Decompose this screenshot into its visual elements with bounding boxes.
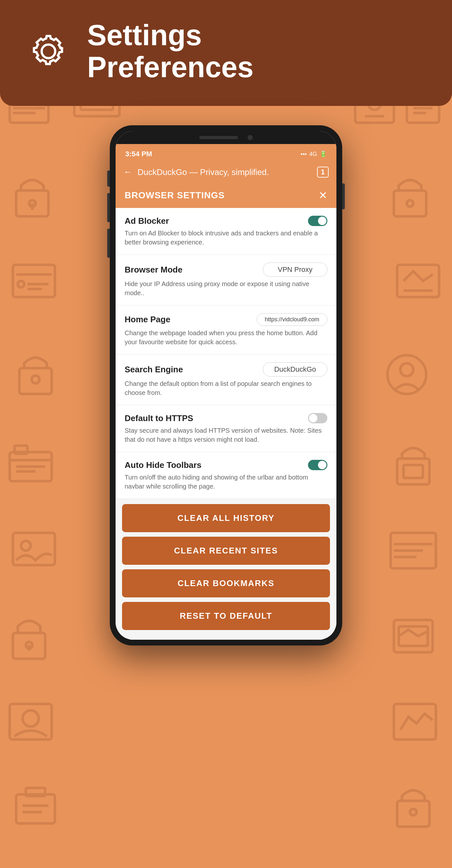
home-page-input[interactable]: https://vidcloud9.com [257, 313, 327, 326]
phone-mockup-wrapper: 3:54 PM ▪▪▪ 4G 🔋 ← DuckDuckGo — Privacy,… [0, 106, 452, 646]
setting-search-engine: Search Engine DuckDuckGo Change the defa… [116, 354, 336, 405]
default-https-toggle[interactable] [308, 413, 327, 423]
svg-point-49 [23, 710, 39, 726]
ad-blocker-label: Ad Blocker [125, 216, 169, 226]
network-type: 4G [309, 151, 317, 158]
header-title-line2: Preferences [87, 51, 253, 83]
svg-rect-50 [394, 704, 436, 740]
clear-recent-sites-button[interactable]: CLEAR RECENT SITES [122, 537, 330, 565]
home-page-desc: Change the webpage loaded when you press… [125, 329, 327, 346]
setting-default-https: Default to HTTPS Stay secure and always … [116, 405, 336, 452]
setting-browser-mode: Browser Mode VPN Proxy Hide your IP Addr… [116, 255, 336, 306]
status-bar: 3:54 PM ▪▪▪ 4G 🔋 [116, 144, 336, 161]
setting-auto-hide-toolbars: Auto Hide Toolbars Turn on/off the auto … [116, 452, 336, 499]
default-https-label: Default to HTTPS [125, 413, 193, 423]
phone-camera [248, 135, 253, 140]
auto-hide-toggle[interactable] [308, 460, 327, 470]
phone-device: 3:54 PM ▪▪▪ 4G 🔋 ← DuckDuckGo — Privacy,… [110, 125, 342, 646]
settings-modal-title: BROWSER SETTINGS [125, 190, 225, 200]
search-engine-desc: Change the default option from a list of… [125, 379, 327, 397]
svg-rect-52 [26, 788, 45, 796]
phone-volume-up-button [107, 193, 110, 222]
status-icons: ▪▪▪ 4G 🔋 [300, 151, 327, 158]
settings-modal: BROWSER SETTINGS ✕ Ad Blocker Turn on Ad… [116, 183, 336, 640]
default-https-desc: Stay secure and always load HTTPS versio… [125, 426, 327, 444]
browser-mode-label: Browser Mode [125, 265, 183, 275]
header-title-block: Settings Preferences [87, 20, 253, 83]
auto-hide-desc: Turn on/off the auto hiding and showing … [125, 473, 327, 491]
status-time: 3:54 PM [125, 150, 152, 158]
auto-hide-label: Auto Hide Toolbars [125, 460, 201, 470]
reset-to-default-button[interactable]: RESET TO DEFAULT [122, 602, 330, 630]
browser-page-title: DuckDuckGo — Privacy, simplified. [137, 167, 312, 177]
search-engine-label: Search Engine [125, 365, 183, 375]
svg-rect-48 [10, 704, 52, 740]
phone-mute-button [107, 170, 110, 187]
clear-history-button[interactable]: CLEAR ALL HISTORY [122, 504, 330, 532]
setting-ad-blocker: Ad Blocker Turn on Ad Blocker to block i… [116, 208, 336, 255]
battery-icon: 🔋 [320, 151, 327, 158]
svg-point-56 [410, 809, 417, 815]
browser-back-button[interactable]: ← [123, 167, 132, 177]
phone-speaker [199, 136, 238, 139]
svg-rect-55 [397, 801, 429, 827]
signal-icon: ▪▪▪ [300, 151, 307, 158]
home-page-label: Home Page [125, 314, 170, 324]
gear-icon [26, 29, 71, 74]
auto-hide-toggle-knob [318, 461, 326, 469]
settings-close-button[interactable]: ✕ [319, 189, 327, 202]
svg-rect-51 [16, 795, 55, 824]
ad-blocker-toggle-knob [318, 217, 326, 225]
phone-volume-down-button [107, 228, 110, 258]
browser-navigation-bar: ← DuckDuckGo — Privacy, simplified. 1 [116, 161, 336, 183]
setting-home-page: Home Page https://vidcloud9.com Change t… [116, 306, 336, 354]
browser-mode-dropdown[interactable]: VPN Proxy [263, 262, 327, 277]
clear-bookmarks-button[interactable]: CLEAR BOOKMARKS [122, 569, 330, 597]
search-engine-dropdown[interactable]: DuckDuckGo [263, 362, 327, 376]
action-buttons-container: CLEAR ALL HISTORY CLEAR RECENT SITES CLE… [116, 499, 336, 640]
default-https-toggle-knob [309, 414, 317, 423]
phone-notch [116, 131, 336, 144]
phone-power-button [342, 183, 345, 209]
browser-mode-desc: Hide your IP Address using proxy mode or… [125, 279, 327, 298]
browser-tab-count[interactable]: 1 [317, 166, 329, 178]
settings-content: Ad Blocker Turn on Ad Blocker to block i… [116, 208, 336, 640]
ad-blocker-desc: Turn on Ad Blocker to block intrusive ad… [125, 228, 327, 247]
settings-modal-header: BROWSER SETTINGS ✕ [116, 183, 336, 208]
ad-blocker-toggle[interactable] [308, 216, 327, 226]
header-title-line1: Settings [87, 20, 253, 51]
phone-screen: 3:54 PM ▪▪▪ 4G 🔋 ← DuckDuckGo — Privacy,… [116, 131, 336, 640]
page-header: Settings Preferences [0, 0, 452, 106]
